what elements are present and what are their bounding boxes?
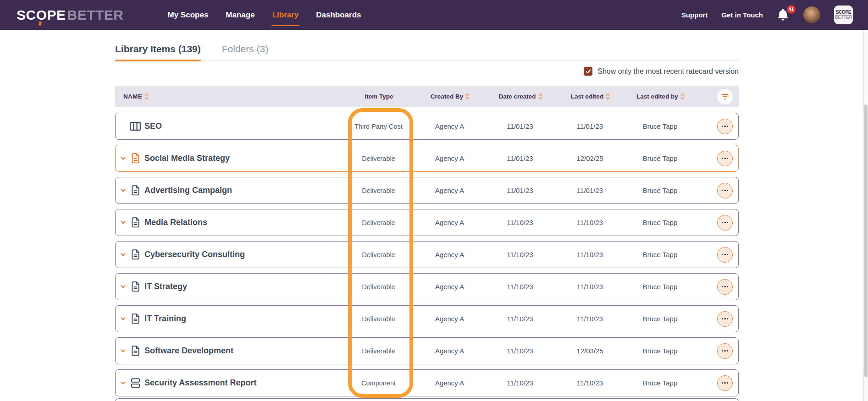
user-avatar[interactable]	[803, 6, 820, 23]
funnel-icon	[721, 93, 729, 100]
name-cell: Security Assessment Report	[116, 378, 343, 389]
get-in-touch-link[interactable]: Get in Touch	[721, 11, 763, 19]
actions-cell	[695, 151, 738, 166]
table-row-it-training[interactable]: IT Training Deliverable Agency A 11/10/2…	[115, 305, 739, 332]
last-edited-cell: 11/10/23	[555, 379, 625, 387]
deliverable-icon	[130, 217, 141, 228]
recent-ratecard-checkbox[interactable]	[584, 67, 592, 76]
recent-ratecard-label: Show only the most recent ratecard versi…	[597, 67, 739, 76]
table-row-software-development[interactable]: Software Development Deliverable Agency …	[115, 337, 739, 364]
table-row-partial[interactable]	[115, 398, 739, 401]
row-actions-button[interactable]	[717, 311, 733, 327]
row-actions-button[interactable]	[717, 119, 733, 134]
document-icon	[131, 281, 140, 292]
org-logo-badge[interactable]: SCOPE BETTER	[834, 5, 853, 24]
deliverable-icon	[130, 313, 141, 324]
tab-library-items[interactable]: Library Items (139)	[115, 44, 201, 60]
item-type-cell: Component	[343, 379, 414, 387]
nav-item-manage[interactable]: Manage	[225, 8, 255, 22]
row-name: Media Relations	[144, 218, 207, 227]
component-icon	[131, 378, 140, 388]
chevron-down-icon[interactable]	[120, 284, 126, 290]
last-edited-by-cell: Bruce Tapp	[625, 251, 695, 258]
row-name: Software Development	[144, 346, 233, 356]
column-header-last-edited[interactable]: Last edited	[555, 93, 625, 100]
item-type-cell: Deliverable	[343, 187, 414, 194]
last-edited-by-cell: Bruce Tapp	[625, 347, 695, 355]
nav-item-library[interactable]: Library	[271, 8, 300, 22]
table-header: NAME Item Type Created By Date created L…	[115, 86, 739, 107]
ellipsis-icon	[722, 286, 723, 287]
column-header-last-edited-by[interactable]: Last edited by	[625, 93, 696, 100]
name-cell: Advertising Campaign	[116, 185, 343, 196]
row-actions-button[interactable]	[717, 215, 733, 231]
chevron-down-icon[interactable]	[120, 316, 126, 322]
logo-better: BETTER	[67, 7, 124, 23]
row-actions-button[interactable]	[717, 247, 733, 263]
deliverable-icon	[130, 153, 141, 164]
table-row-advertising-campaign[interactable]: Advertising Campaign Deliverable Agency …	[115, 177, 739, 204]
row-actions-button[interactable]	[717, 279, 733, 295]
library-tabs: Library Items (139)Folders (3)	[115, 44, 739, 61]
sort-icon	[465, 93, 470, 100]
table-row-seo[interactable]: SEO Third Party Cost Agency A 11/01/23 1…	[115, 113, 739, 140]
actions-cell	[695, 247, 738, 263]
table-row-it-strategy[interactable]: IT Strategy Deliverable Agency A 11/10/2…	[115, 273, 739, 300]
row-name: IT Training	[144, 314, 186, 324]
ratecard-filter-row: Show only the most recent ratecard versi…	[115, 67, 739, 76]
row-actions-button[interactable]	[717, 343, 733, 359]
created-by-cell: Agency A	[414, 251, 485, 258]
column-header-created-by[interactable]: Created By	[415, 93, 486, 100]
library-items-table: NAME Item Type Created By Date created L…	[115, 86, 739, 396]
last-edited-cell: 11/10/23	[555, 219, 625, 226]
filter-button[interactable]	[717, 89, 733, 104]
page-scrollbar-track[interactable]	[863, 30, 868, 401]
created-by-cell: Agency A	[414, 219, 485, 226]
scopebetter-logo[interactable]: SCOPE BETTER	[17, 7, 124, 23]
page-scrollbar-thumb[interactable]	[864, 104, 868, 377]
date-created-cell: 11/10/23	[485, 347, 555, 355]
chevron-down-icon[interactable]	[120, 220, 126, 226]
chevron-down-icon[interactable]	[120, 187, 126, 194]
row-actions-button[interactable]	[717, 151, 733, 166]
last-edited-cell: 11/10/23	[555, 283, 625, 291]
table-row-social-media-strategy[interactable]: Social Media Strategy Deliverable Agency…	[115, 145, 739, 172]
nav-item-my-scopes[interactable]: My Scopes	[167, 8, 210, 22]
table-header-actions	[696, 89, 739, 104]
logo-scope: SCOPE	[17, 7, 66, 23]
notifications-button[interactable]: 41	[777, 8, 790, 22]
last-edited-cell: 11/10/23	[555, 251, 625, 258]
document-icon	[131, 346, 140, 356]
created-by-cell: Agency A	[414, 187, 485, 194]
ellipsis-icon	[722, 190, 723, 191]
row-name: IT Strategy	[144, 282, 187, 291]
name-cell: Software Development	[116, 346, 343, 357]
table-row-media-relations[interactable]: Media Relations Deliverable Agency A 11/…	[115, 209, 739, 236]
support-link[interactable]: Support	[681, 11, 708, 19]
deliverable-icon	[130, 346, 141, 357]
column-header-name[interactable]: NAME	[115, 93, 343, 100]
deliverable-icon	[130, 281, 141, 292]
sort-icon	[538, 93, 542, 100]
nav-item-dashboards[interactable]: Dashboards	[315, 8, 362, 22]
row-actions-button[interactable]	[717, 183, 733, 198]
chevron-down-icon[interactable]	[120, 380, 126, 386]
table-row-cybersecurity-consulting[interactable]: Cybersecurity Consulting Deliverable Age…	[115, 241, 739, 268]
chevron-down-icon[interactable]	[120, 252, 126, 258]
name-cell: IT Training	[116, 313, 343, 324]
notification-count-badge: 41	[787, 5, 796, 14]
item-type-cell: Deliverable	[343, 315, 414, 323]
tab-folders[interactable]: Folders (3)	[222, 44, 269, 60]
column-header-date-created[interactable]: Date created	[486, 93, 555, 100]
ratecard-icon	[130, 121, 141, 132]
chevron-down-icon[interactable]	[120, 348, 126, 354]
sort-icon	[680, 93, 685, 100]
created-by-cell: Agency A	[414, 283, 485, 291]
column-header-item-type[interactable]: Item Type	[343, 93, 415, 100]
actions-cell	[695, 215, 738, 231]
last-edited-by-cell: Bruce Tapp	[625, 154, 695, 162]
chevron-down-icon[interactable]	[120, 155, 126, 162]
table-row-security-assessment-report[interactable]: Security Assessment Report Component Age…	[115, 369, 739, 396]
name-cell: Cybersecurity Consulting	[116, 249, 343, 260]
row-actions-button[interactable]	[717, 375, 733, 391]
